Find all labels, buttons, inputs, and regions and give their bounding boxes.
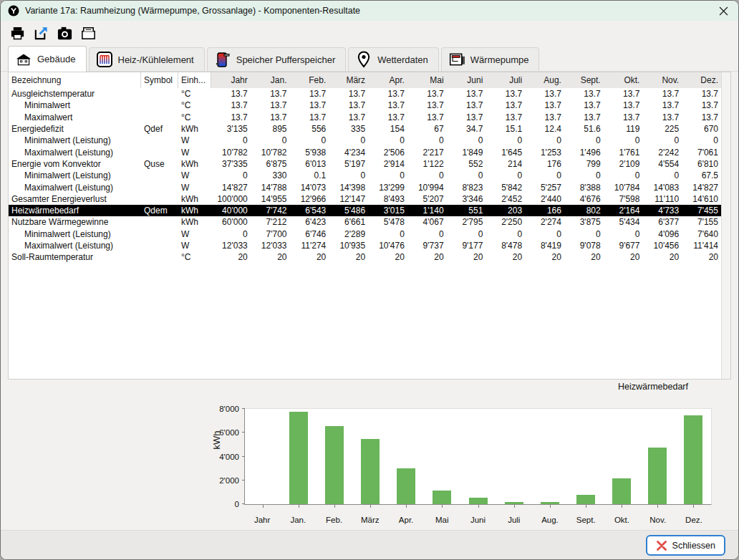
column-header[interactable]: Einh... [178,72,211,88]
table-cell: 0 [251,135,290,145]
column-header[interactable]: Nov. [642,72,682,88]
table-row[interactable]: Maximalwert (Leistung)W14'82714'78814'07… [9,181,721,193]
table-cell: 13.7 [604,112,643,122]
chart-bar-slot [281,409,317,504]
table-cell: 13.7 [564,100,604,110]
table-cell: 1'253 [525,148,564,158]
camera-icon[interactable] [55,24,74,42]
x-axis-tick-label: Juni [460,516,496,524]
x-axis-tick-label: Jahr [244,516,280,524]
table-cell: 11'274 [290,241,329,251]
chart-bar [541,502,559,504]
table-cell: 5'486 [329,206,368,216]
table-row[interactable]: Minimalwert (Leistung)W0000000000000 [9,135,721,146]
table-cell: 0 [486,229,525,239]
table-row[interactable]: HeizwärmebedarfQdemkWh40'0007'7426'5435'… [9,205,721,216]
table-cell: 3'135 [211,124,251,134]
table-cell: 9'677 [604,241,643,251]
x-axis-tick-label: Feb. [316,516,352,524]
column-header[interactable]: Bezeichnung [9,72,141,88]
column-header[interactable]: Mai [407,72,447,88]
table-cell: 9'737 [407,241,447,251]
vertical-scrollbar[interactable] [721,72,730,379]
table-row[interactable]: Minimalwert (Leistung)W03300.10000000006… [9,170,721,181]
column-header[interactable]: Feb. [290,72,329,88]
tab-wetterdaten[interactable]: Wetterdaten [348,47,439,71]
column-header[interactable]: Sept. [564,72,604,88]
table-cell: Maximalwert [9,112,141,122]
table-cell: 9'078 [564,241,604,251]
tab-label: Gebäude [37,54,76,64]
table-cell: 13.7 [682,89,721,99]
table-cell: 14'073 [290,183,329,193]
table-cell: 330 [251,170,290,180]
tab-waermepumpe[interactable]: Wärmepumpe [441,47,540,71]
window-close-icon[interactable] [715,3,731,19]
table-cell: 4'554 [642,159,682,169]
print-preview-icon[interactable] [79,24,97,42]
table-cell: 0 [211,170,251,180]
printer-icon[interactable] [8,24,26,42]
table-cell: 14'827 [211,183,251,193]
table-cell: °C [178,100,211,110]
table-row[interactable]: EnergiedefizitQdefkWh3'13589555633515467… [9,123,721,135]
y-axis-tick-label: 2'000 [219,476,239,485]
table-cell: 13.7 [211,100,251,110]
y-axis-tick-mark [242,503,245,504]
y-axis-tick-label: 4'000 [219,453,239,461]
table-cell: 6'543 [290,206,329,216]
table-row[interactable]: Gesamter EnergieverlustkWh100'00014'9551… [9,193,721,205]
column-header[interactable]: Okt. [604,72,643,88]
tab-speicher-pufferspeicher[interactable]: Speicher Pufferspeicher [207,47,347,71]
x-axis-tick-mark [263,505,264,508]
table-row[interactable]: Maximalwert°C13.713.713.713.713.713.713.… [9,112,721,123]
table-row[interactable]: Maximalwert (Leistung)W12'03312'03311'27… [9,240,721,251]
x-axis-tick-mark [442,505,443,508]
chart-bar [576,495,595,504]
table-cell: Qdef [141,124,178,134]
column-header[interactable]: Juli [486,72,525,88]
table-cell: 13.7 [407,100,447,110]
x-axis-tick-mark [334,505,335,508]
table-row[interactable]: Minimalwert (Leistung)W07'7006'7462'2890… [9,228,721,240]
title-bar: Variante 17a: Raumheizung (Wärmepumpe, G… [1,1,738,21]
chart-bar [289,412,308,504]
table-cell: 895 [251,124,290,134]
table-cell: 10'782 [211,148,251,158]
column-header[interactable]: Jan. [251,72,290,88]
column-header[interactable]: Apr. [368,72,407,88]
table-row[interactable]: Minimalwert°C13.713.713.713.713.713.713.… [9,100,721,111]
table-cell: 10'935 [329,241,368,251]
tab-gebaeude[interactable]: Gebäude [8,46,87,72]
table-row[interactable]: Ausgleichstemperatur°C13.713.713.713.713… [9,88,721,100]
table-cell: 13.7 [251,112,290,122]
table-cell: 203 [486,206,525,216]
chart-bar [325,426,344,504]
chart-bar-slot [245,409,281,504]
column-header[interactable]: Symbol [141,72,178,88]
toolbar [1,21,738,45]
column-header[interactable]: Dez. [682,72,721,88]
export-icon[interactable] [32,24,50,42]
table-cell: W [178,148,211,158]
column-header[interactable]: Aug. [525,72,564,88]
close-button[interactable]: Schliessen [646,535,725,556]
table-cell: Maximalwert (Leistung) [9,183,141,193]
table-cell: 166 [525,206,564,216]
table-row[interactable]: Energie vom KonvektorQusekWh37'3356'8756… [9,158,721,170]
table-cell: 13.7 [329,112,368,122]
table-row[interactable]: Soll-Raumtemperatur°C2020202020202020202… [9,251,721,263]
tab-heiz-kuehlelement[interactable]: Heiz-/Kühlelement [89,47,205,71]
column-header[interactable]: Jahr [211,72,251,88]
column-header[interactable]: Juni [447,72,486,88]
column-header[interactable]: März [329,72,368,88]
table-cell: 0.1 [290,170,329,180]
table-cell: Qdem [141,206,178,216]
table-cell: 13.7 [525,100,564,110]
table-cell: 0 [525,229,564,239]
table-row[interactable]: Nutzbare WärmegewinnekWh60'0007'2126'423… [9,216,721,228]
chart-bar [612,478,631,504]
table-cell: 0 [486,135,525,145]
chart-bar-slot [317,409,352,504]
table-row[interactable]: Maximalwert (Leistung)W10'78210'7825'938… [9,146,721,158]
